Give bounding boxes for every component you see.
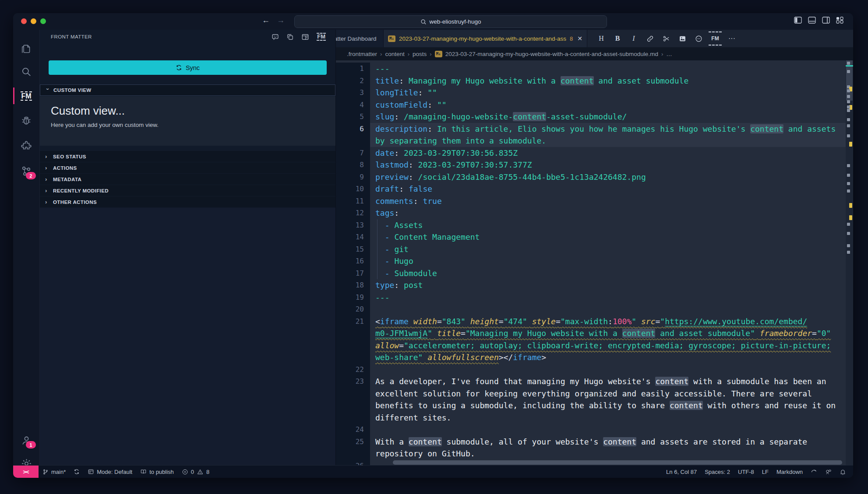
frontmatter-mode-status[interactable]: Mode: Default	[84, 466, 136, 478]
section-other-actions[interactable]: ›OTHER ACTIONS	[40, 196, 335, 208]
code-line[interactable]: different sites.	[336, 412, 846, 424]
section-custom-view[interactable]: › CUSTOM VIEW	[40, 84, 335, 96]
section-recently-modified[interactable]: ›RECENTLY MODIFIED	[40, 185, 335, 196]
problems-status[interactable]: 0 8	[178, 466, 213, 478]
code-line[interactable]: 1---	[336, 63, 846, 75]
breadcrumb-item[interactable]: posts	[413, 51, 427, 57]
code-line[interactable]: 7date: 2023-03-29T07:30:56.835Z	[336, 147, 846, 159]
sync-button[interactable]: Sync	[49, 60, 327, 75]
sidebar-item-source-control[interactable]: 2	[13, 161, 39, 181]
eol-status[interactable]: LF	[758, 469, 773, 475]
git-branch-status[interactable]: main*	[39, 466, 70, 478]
remote-indicator[interactable]: ><	[13, 466, 39, 478]
code-line[interactable]: 12tags:	[336, 207, 846, 219]
feedback-smiley-icon[interactable]	[821, 469, 836, 475]
breadcrumb-item[interactable]: .frontmatter	[347, 51, 377, 57]
copy-icon[interactable]	[286, 33, 294, 41]
back-arrow-button[interactable]: ←	[262, 16, 270, 25]
code-line[interactable]: repository on GitHub.	[336, 448, 846, 460]
sidebar-item-search[interactable]	[13, 62, 39, 82]
breadcrumb-item[interactable]: content	[385, 51, 404, 57]
progress-arc-icon[interactable]	[807, 469, 821, 475]
code-line[interactable]: benefits to using a submodule, including…	[336, 399, 846, 412]
code-line[interactable]: 10draft: false	[336, 183, 846, 195]
code-line[interactable]: 9preview: /social/23da18ae-8755-44b4-bbe…	[336, 171, 846, 183]
code-line[interactable]: m0-JFM1wmjA" title="Managing my Hugo web…	[336, 327, 846, 340]
line-number: 18	[336, 279, 370, 291]
breadcrumb-file[interactable]: 2023-03-27-managing-my-hugo-website-with…	[445, 51, 658, 57]
tab-markdown-file[interactable]: M↓ 2023-03-27-managing-my-hugo-website-w…	[384, 30, 587, 47]
code-line[interactable]: 20	[336, 303, 846, 315]
italic-action-button[interactable]: I	[628, 32, 640, 45]
sidebar-item-frontmatter[interactable]: FM	[13, 86, 39, 106]
close-tab-icon[interactable]: ✕	[577, 35, 582, 42]
sidebar-item-extensions[interactable]	[13, 136, 39, 156]
code-line[interactable]: 11comments: true	[336, 195, 846, 207]
code-line[interactable]: 19---	[336, 291, 846, 304]
code-line[interactable]: 14 - Content Management	[336, 231, 846, 243]
code-line[interactable]: by separating them into a submodule.	[336, 135, 846, 147]
code-line[interactable]: 4customField: ""	[336, 99, 846, 111]
code-line[interactable]: 25With a content submodule, all of your …	[336, 436, 846, 448]
code-line[interactable]: 8lastmod: 2023-03-29T07:30:57.377Z	[336, 159, 846, 171]
toggle-secondary-sidebar-icon[interactable]	[822, 17, 830, 24]
code-line[interactable]: 23As a developer, I've found that managi…	[336, 375, 846, 388]
code-line[interactable]: 6description: In this article, Elio show…	[336, 123, 846, 135]
line-number: 21	[336, 315, 370, 328]
feedback-icon[interactable]	[272, 33, 279, 41]
code-line[interactable]: allow="accelerometer; autoplay; clipboar…	[336, 340, 846, 352]
search-icon	[420, 19, 427, 25]
sidebar-item-explorer[interactable]	[13, 39, 39, 59]
code-line[interactable]: 5slug: /managing-hugo-website-content-as…	[336, 111, 846, 123]
vertical-scrollbar[interactable]	[846, 60, 853, 466]
notifications-bell-icon[interactable]	[836, 469, 853, 475]
horizontal-scrollbar[interactable]	[393, 460, 842, 465]
section-metadata[interactable]: ›METADATA	[40, 174, 335, 185]
code-line[interactable]: excellent solution for keeping everythin…	[336, 388, 846, 400]
toggle-sidebar-icon[interactable]	[794, 17, 802, 24]
more-actions-icon[interactable]: ···	[726, 32, 738, 45]
code-line[interactable]: 17 - Submodule	[336, 267, 846, 280]
command-center-search[interactable]: web-eliostruyf-hugo	[294, 15, 607, 28]
sync-status-button[interactable]	[70, 466, 84, 478]
cursor-position-status[interactable]: Ln 6, Col 87	[662, 469, 701, 475]
code-line[interactable]: 13 - Assets	[336, 219, 846, 231]
open-dashboard-icon[interactable]	[301, 33, 309, 41]
code-line[interactable]: 22	[336, 364, 846, 376]
forward-arrow-button[interactable]: →	[277, 16, 285, 25]
code-line[interactable]: 15 - git	[336, 243, 846, 256]
fm-icon[interactable]: FM	[317, 33, 326, 41]
code-token: description	[375, 124, 427, 133]
close-window-button[interactable]	[21, 18, 27, 24]
emoji-icon[interactable]	[692, 32, 705, 45]
scissors-icon[interactable]	[660, 32, 672, 45]
to-publish-status[interactable]: to publish	[136, 466, 178, 478]
code-line[interactable]: 18type: post	[336, 279, 846, 291]
toggle-panel-icon[interactable]	[808, 17, 816, 24]
image-icon[interactable]	[676, 32, 688, 45]
error-icon	[182, 469, 188, 475]
sidebar-item-debug[interactable]	[13, 111, 39, 131]
breadcrumb-more[interactable]: …	[666, 51, 672, 57]
minimize-window-button[interactable]	[31, 18, 36, 24]
code-line[interactable]: 3longTitle: ""	[336, 87, 846, 99]
code-line[interactable]: 2title: Managing my Hugo website with a …	[336, 75, 846, 87]
section-seo-status[interactable]: ›SEO STATUS	[40, 151, 335, 162]
link-icon[interactable]	[644, 32, 656, 45]
code-line[interactable]: 24	[336, 424, 846, 436]
account-button[interactable]: 1	[13, 430, 39, 450]
code-line[interactable]: web-share" allowfullscreen></iframe>	[336, 351, 846, 364]
heading-action-button[interactable]: H	[595, 32, 607, 45]
tab-frontmatter-dashboard[interactable]: FrontMatter Dashboard	[336, 30, 384, 47]
customize-layout-icon[interactable]	[836, 17, 843, 24]
fm-action-icon[interactable]: FM	[709, 32, 722, 46]
code-line[interactable]: 16 - Hugo	[336, 255, 846, 267]
code-line[interactable]: 21<iframe width="843" height="474" style…	[336, 315, 846, 328]
zoom-window-button[interactable]	[40, 18, 46, 24]
indentation-status[interactable]: Spaces: 2	[701, 469, 734, 475]
bold-action-button[interactable]: B	[611, 32, 624, 45]
encoding-status[interactable]: UTF-8	[734, 469, 758, 475]
code-token: "Managing my Hugo website with a	[466, 329, 622, 338]
language-mode-status[interactable]: Markdown	[773, 469, 807, 475]
section-actions[interactable]: ›ACTIONS	[40, 162, 335, 174]
